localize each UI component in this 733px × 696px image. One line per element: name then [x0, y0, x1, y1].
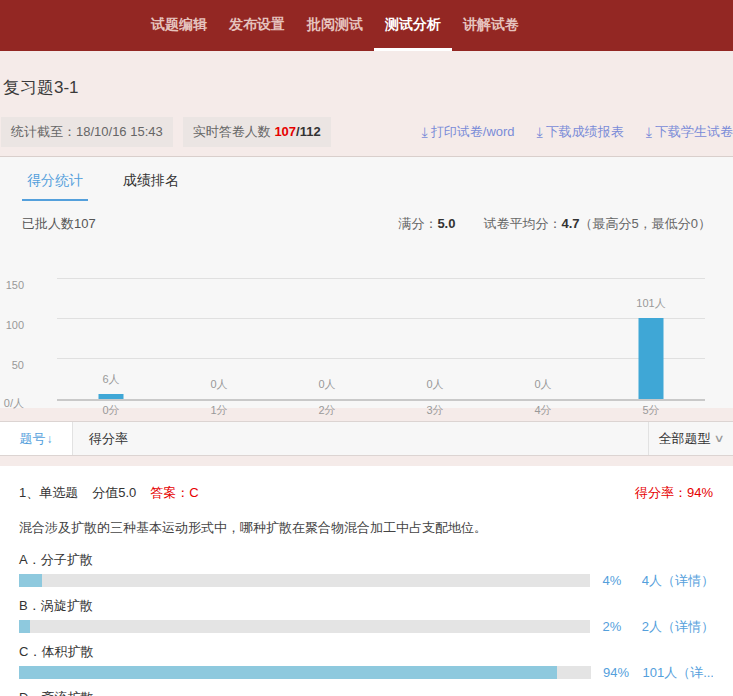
answer-count-current: 107 — [274, 124, 296, 139]
x-axis-category-label: 4分 — [489, 403, 597, 418]
nav-tab-3[interactable]: 批阅测试 — [296, 0, 374, 51]
x-axis-category-label: 5分 — [597, 403, 705, 418]
option-progress-fill — [19, 574, 42, 587]
stats-deadline-badge: 统计截至：18/10/16 15:43 — [1, 117, 173, 147]
avg-score-value: 4.7 — [561, 216, 579, 231]
bar-value-label: 0人 — [381, 377, 489, 392]
sort-label: 题号 — [20, 430, 46, 448]
score-rate-label: 得分率 — [89, 430, 128, 448]
download-link-label: 打印试卷/word — [431, 123, 515, 141]
x-axis-category-label: 2分 — [273, 403, 381, 418]
download-link-2[interactable]: ⤓下载成绩报表 — [537, 123, 624, 141]
download-link-1[interactable]: ⤓打印试卷/word — [422, 123, 515, 141]
chart-bar-slot: 0人2分 — [273, 279, 381, 399]
option-count-link[interactable]: 2人（详情） — [642, 618, 713, 636]
y-axis-tick-label: 50 — [0, 359, 24, 371]
chart-bar-slot: 0人1分 — [165, 279, 273, 399]
option-bar-row: 94%101人（详... — [19, 666, 713, 679]
stats-tabs: 得分统计成绩排名 — [0, 157, 733, 201]
chart-bar-slot: 101人5分 — [597, 279, 705, 399]
download-link-3[interactable]: ⤓下载学生试卷 — [646, 123, 733, 141]
bar-value-label: 0人 — [273, 377, 381, 392]
avg-score-label: 试卷平均分： — [483, 216, 561, 231]
full-score-label: 满分： — [398, 216, 437, 231]
option-label-3: C．体积扩散 — [19, 643, 713, 661]
option-label-4: D．紊流扩散 — [19, 689, 713, 696]
option-percent: 2% — [602, 619, 641, 634]
nav-tab-2[interactable]: 发布设置 — [218, 0, 296, 51]
option-progress-track — [19, 574, 590, 587]
page-title: 复习题3-1 — [2, 51, 731, 99]
score-stats-section: 得分统计成绩排名 已批人数107 满分：5.0试卷平均分：4.7（最高分5，最低… — [0, 157, 733, 408]
answer-count-label: 实时答卷人数 — [193, 124, 275, 139]
download-icon: ⤓ — [422, 124, 428, 141]
download-icon: ⤓ — [537, 124, 543, 141]
section-gap — [0, 456, 733, 466]
chart-bar-slot: 6人0分 — [57, 279, 165, 399]
chart-bar-slot: 0人4分 — [489, 279, 597, 399]
bar-value-label: 0人 — [165, 377, 273, 392]
page-header: 复习题3-1 统计截至：18/10/16 15:43 实时答卷人数 107/11… — [0, 51, 733, 157]
option-progress-track — [19, 666, 591, 679]
download-links: ⤓打印试卷/word⤓下载成绩报表⤓下载学生试卷 — [400, 123, 733, 141]
question-score-rate: 得分率：94% — [635, 484, 713, 502]
sort-down-arrow-icon: ↓ — [47, 432, 53, 446]
stats-tab-2[interactable]: 成绩排名 — [118, 172, 184, 201]
question-options: A．分子扩散4%4人（详情）B．涡旋扩散2%2人（详情）C．体积扩散94%101… — [19, 551, 713, 696]
chart-bar — [639, 318, 664, 399]
chart-bar-slot: 0人3分 — [381, 279, 489, 399]
option-percent: 94% — [603, 665, 642, 680]
question-text: 混合涉及扩散的三种基本运动形式中，哪种扩散在聚合物混合加工中占支配地位。 — [19, 519, 713, 537]
score-rate-column-header: 得分率 — [73, 422, 648, 455]
question-type-value: 全部题型 — [658, 430, 710, 448]
question-points: 分值5.0 — [92, 484, 136, 502]
x-axis-category-label: 3分 — [381, 403, 489, 418]
sort-by-question-number[interactable]: 题号 ↓ — [0, 422, 73, 455]
nav-tab-4[interactable]: 测试分析 — [374, 0, 452, 51]
download-icon: ⤓ — [646, 124, 652, 141]
option-count-link[interactable]: 4人（详情） — [642, 572, 713, 590]
avg-score-extra: （最高分5，最低分0） — [580, 216, 711, 231]
option-progress-fill — [19, 666, 557, 679]
option-progress-fill — [19, 620, 30, 633]
chevron-down-icon: ∨ — [714, 432, 725, 445]
download-link-label: 下载学生试卷 — [655, 123, 733, 141]
bar-value-label: 0人 — [489, 377, 597, 392]
y-axis-tick-label: 150 — [0, 279, 24, 291]
bar-value-label: 6人 — [57, 372, 165, 387]
stats-row: 统计截至：18/10/16 15:43 实时答卷人数 107/112 ⤓打印试卷… — [1, 117, 733, 147]
top-nav: 试题编辑发布设置批阅测试测试分析讲解试卷 — [0, 0, 733, 51]
option-bar-row: 2%2人（详情） — [19, 620, 713, 633]
chart-plot: 0/人501001506人0分0人1分0人2分0人3分0人4分101人5分 — [57, 281, 705, 401]
nav-tab-5[interactable]: 讲解试卷 — [452, 0, 530, 51]
answer-count-badge: 实时答卷人数 107/112 — [183, 117, 331, 147]
question-answer: 答案：C — [150, 484, 198, 502]
graded-count-label: 已批人数107 — [22, 215, 96, 233]
x-axis-category-label: 1分 — [165, 403, 273, 418]
summary-row: 已批人数107 满分：5.0试卷平均分：4.7（最高分5，最低分0） — [0, 201, 733, 233]
y-axis-tick-label: 0/人 — [0, 396, 24, 411]
chart-bar — [99, 394, 124, 399]
download-link-label: 下载成绩报表 — [546, 123, 624, 141]
question-detail: 1、单选题 分值5.0 答案：C 得分率：94% 混合涉及扩散的三种基本运动形式… — [0, 466, 733, 696]
option-percent: 4% — [602, 573, 641, 588]
score-summary: 满分：5.0试卷平均分：4.7（最高分5，最低分0） — [398, 215, 711, 233]
question-type-dropdown[interactable]: 全部题型 ∨ — [648, 422, 733, 455]
y-axis-tick-label: 100 — [0, 319, 24, 331]
option-progress-track — [19, 620, 590, 633]
answer-count-total: /112 — [296, 124, 321, 139]
option-label-2: B．涡旋扩散 — [19, 597, 713, 615]
option-bar-row: 4%4人（详情） — [19, 574, 713, 587]
x-axis-category-label: 0分 — [57, 403, 165, 418]
nav-tab-1[interactable]: 试题编辑 — [140, 0, 218, 51]
question-number-type: 1、单选题 — [19, 484, 78, 502]
score-distribution-chart: 0/人501001506人0分0人1分0人2分0人3分0人4分101人5分 — [0, 265, 733, 405]
question-filter-bar: 题号 ↓ 得分率 全部题型 ∨ — [0, 421, 733, 456]
option-label-1: A．分子扩散 — [19, 551, 713, 569]
question-header: 1、单选题 分值5.0 答案：C 得分率：94% — [19, 484, 713, 502]
stats-tab-1[interactable]: 得分统计 — [22, 172, 88, 201]
bar-value-label: 101人 — [597, 296, 705, 311]
option-count-link[interactable]: 101人（详... — [642, 664, 713, 682]
full-score-value: 5.0 — [437, 216, 455, 231]
